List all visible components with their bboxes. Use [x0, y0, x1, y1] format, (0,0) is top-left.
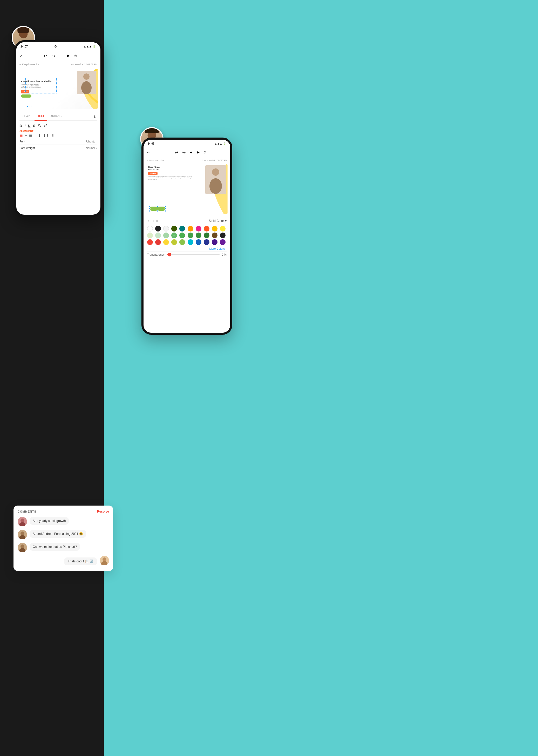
fitness2-body: Dealing with the outside world with many…: [148, 176, 193, 180]
swatch-lightgreen2[interactable]: [155, 233, 161, 238]
subscript-button[interactable]: X2: [38, 124, 41, 128]
color-swatches-row2: [147, 233, 227, 238]
swatch-green8[interactable]: [204, 233, 209, 238]
fill-back-icon[interactable]: ←: [147, 219, 151, 223]
undo-icon[interactable]: ↩: [44, 53, 47, 59]
fill-type-selector[interactable]: Solid Color ▾: [209, 219, 227, 223]
redo-icon[interactable]: ↪: [52, 53, 55, 59]
more-colors-link[interactable]: More Colors ›: [147, 246, 227, 251]
self-comment-bubble: Thats cool ! 📋 🔄: [64, 558, 97, 565]
swatch-cyan[interactable]: [188, 239, 193, 245]
align-right-icon[interactable]: ☰: [29, 134, 32, 137]
swatch-lightgray[interactable]: [163, 226, 169, 232]
font-label: Font: [20, 140, 25, 143]
font-chevron[interactable]: ›: [96, 140, 97, 143]
share-icon2[interactable]: ⎋: [204, 150, 206, 155]
fill-title: Fill: [153, 219, 158, 223]
align-left-icon[interactable]: ☰: [20, 134, 23, 137]
phone1: 14:07 G ▲▲▲ 🔋 ✓ ↩ ↪ + ▶ ⎋ ✏ Keep fitness…: [14, 40, 102, 217]
swatch-yellow[interactable]: [220, 226, 226, 232]
swatch-lime[interactable]: [171, 239, 177, 245]
play-icon2[interactable]: ▶: [197, 150, 199, 155]
align-middle-icon[interactable]: ⬆⬇: [43, 134, 49, 137]
font-weight-value[interactable]: Normal: [86, 146, 95, 149]
swatch-red1[interactable]: [147, 239, 153, 245]
color-swatches-row1: [147, 226, 227, 232]
swatch-deeporange[interactable]: [204, 226, 209, 232]
strikethrough-button[interactable]: S: [33, 124, 35, 128]
swatch-lightgreen1[interactable]: [147, 233, 153, 238]
swatch-black[interactable]: [155, 226, 161, 232]
svg-point-9: [83, 74, 89, 80]
swatch-blue2[interactable]: [204, 239, 209, 245]
font-value[interactable]: Ubuntu: [86, 140, 95, 143]
swatch-nearblack[interactable]: [220, 233, 226, 238]
play-icon[interactable]: ▶: [67, 53, 70, 59]
share-icon[interactable]: ⎋: [75, 53, 77, 59]
phone2-canvas: Keep fitne...first on the... Andrea Deal…: [146, 164, 228, 214]
underline-button[interactable]: U: [28, 124, 30, 128]
swatch-green6[interactable]: [188, 233, 193, 238]
add-icon2[interactable]: +: [190, 150, 192, 155]
comment-avatar-1: [18, 517, 27, 526]
swatch-yellow2[interactable]: [163, 239, 169, 245]
download-icon[interactable]: ⬇: [92, 113, 97, 120]
bold-button[interactable]: B: [20, 124, 22, 128]
comment-item-2: Added Andrea, Forecasting 2021 😊: [18, 530, 109, 539]
swatch-green9[interactable]: [212, 233, 217, 238]
undo-icon2[interactable]: ↩: [175, 150, 178, 155]
swatch-green4[interactable]: [171, 233, 177, 238]
swatch-purple1[interactable]: [212, 239, 217, 245]
tab-text[interactable]: TEXT: [34, 113, 47, 120]
superscript-button[interactable]: X2: [44, 124, 47, 128]
format-row: B I U S X2 X2: [20, 123, 97, 129]
swatch-lightgreen4[interactable]: [179, 239, 185, 245]
phone1-edit-icon-label: ✏ Keep fitness first: [20, 63, 39, 66]
swatch-pink[interactable]: [196, 226, 201, 232]
selection-outline: [26, 78, 57, 93]
comments-header: COMMENTS Resolve: [18, 510, 109, 513]
swatch-white[interactable]: [147, 226, 153, 232]
transparency-thumb[interactable]: [168, 253, 171, 256]
swatch-red2[interactable]: [155, 239, 161, 245]
add-icon[interactable]: +: [60, 53, 63, 59]
comment-bubble-1: Add yearly stock growth: [29, 517, 69, 525]
tab-shape[interactable]: SHAPE: [20, 113, 34, 120]
resolve-button[interactable]: Resolve: [97, 510, 109, 513]
comment-avatar-3: [18, 543, 27, 552]
italic-button[interactable]: I: [25, 124, 26, 128]
transparency-slider[interactable]: [167, 254, 220, 255]
svg-point-24: [102, 558, 106, 561]
swatch-amber[interactable]: [212, 226, 217, 232]
color-swatches-row3: [147, 239, 227, 245]
self-avatar: [100, 556, 109, 565]
swatch-purple2[interactable]: [220, 239, 226, 245]
swatch-teal[interactable]: [179, 226, 185, 232]
font-weight-chevron[interactable]: ▾: [96, 147, 97, 149]
svg-point-10: [81, 81, 92, 94]
swatch-orange[interactable]: [188, 226, 193, 232]
swatch-lightgreen3[interactable]: [163, 233, 169, 238]
redo-icon2[interactable]: ↪: [182, 150, 186, 155]
align-center-icon[interactable]: ≡: [25, 134, 27, 137]
tab-arrange[interactable]: ARRANGE: [47, 113, 66, 120]
align-bottom-icon[interactable]: ⬇: [51, 134, 55, 137]
fill-type-chevron[interactable]: ▾: [225, 219, 227, 223]
align-top-icon[interactable]: ⬆: [38, 134, 41, 137]
fitness-cta-button: [21, 94, 31, 98]
phone1-panel: SHAPE TEXT ARRANGE ⬇ B I U S X2 X2 ALIGN…: [16, 111, 100, 153]
back-icon[interactable]: ←: [146, 150, 151, 155]
bg-teal: [104, 0, 538, 756]
swatch-green5[interactable]: [179, 233, 185, 238]
swatch-blue1[interactable]: [196, 239, 201, 245]
swatch-darkgreen[interactable]: [171, 226, 177, 232]
phone2-subtitle: ✏ Keep fitness first Last saved at 12:02…: [143, 158, 230, 162]
alignment-row: ☰ ≡ ☰ ⬆ ⬆⬇ ⬇: [20, 133, 97, 138]
swatch-green7[interactable]: [196, 233, 201, 238]
fill-header: ← Fill Solid Color ▾: [147, 219, 227, 223]
svg-rect-7: [145, 128, 159, 133]
checkmark-icon[interactable]: ✓: [20, 54, 23, 59]
svg-rect-3: [17, 27, 29, 33]
svg-point-12: [212, 168, 219, 176]
phone2-toolbar: ← ↩ ↪ + ▶ ⎋: [143, 147, 230, 158]
